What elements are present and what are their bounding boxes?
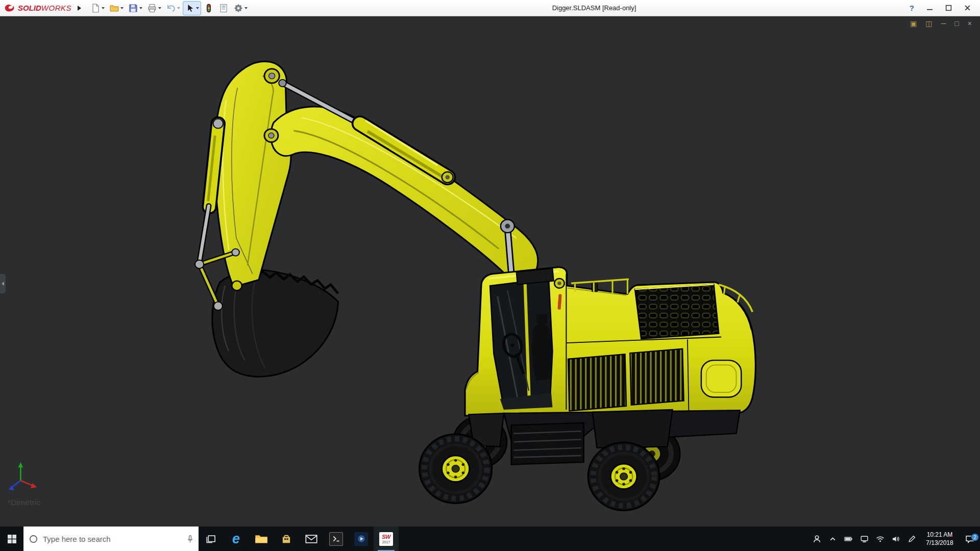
panel-collapse-tab[interactable] — [0, 274, 6, 293]
side-grille-2 — [630, 349, 683, 405]
file-properties-icon — [218, 3, 229, 13]
open-button[interactable] — [107, 1, 126, 15]
close-button[interactable] — [964, 5, 971, 11]
command-prompt-icon — [329, 532, 343, 546]
doc-restore-icon[interactable]: □ — [954, 20, 959, 27]
windows-logo-icon — [8, 535, 16, 543]
options-button[interactable] — [231, 1, 250, 15]
brand-works-text: WORKS — [41, 4, 71, 12]
battery-icon — [844, 535, 853, 543]
battery-status[interactable] — [841, 535, 856, 543]
excavator-model: *Dimetric — [0, 16, 980, 527]
edge-button[interactable]: e — [224, 527, 249, 551]
document-title: Digger.SLDASM [Read-only] — [552, 4, 636, 12]
new-document-button[interactable] — [88, 1, 107, 15]
brand-solid-text: SOLID — [18, 4, 41, 12]
dropdown-caret-icon[interactable] — [196, 7, 199, 9]
people-icon — [813, 535, 821, 543]
new-document-icon — [90, 3, 101, 13]
action-center-button[interactable]: 2 — [960, 535, 980, 543]
gear-icon — [233, 3, 243, 13]
save-icon — [128, 3, 138, 13]
tray-overflow-button[interactable] — [825, 535, 841, 543]
undo-button[interactable] — [164, 1, 182, 15]
quick-access-toolbar — [88, 1, 250, 15]
volume-control[interactable] — [888, 535, 904, 543]
maximize-button[interactable] — [945, 5, 952, 11]
taskbar: Type here to search e — [0, 527, 980, 551]
document-window-controls: ▣ ◫ ─ □ × — [910, 20, 972, 27]
mail-button[interactable] — [299, 527, 324, 551]
file-properties-button[interactable] — [216, 1, 231, 15]
viewport-gold-icon-2[interactable]: ◫ — [925, 20, 932, 27]
view-orientation-label: *Dimetric — [8, 498, 41, 507]
rear-axle — [593, 410, 673, 448]
solidworks-window: SOLIDWORKS — [0, 0, 980, 551]
menu-bar: SOLIDWORKS — [0, 0, 980, 16]
cortana-icon — [29, 534, 38, 544]
file-explorer-button[interactable] — [249, 527, 274, 551]
media-app-button[interactable] — [349, 527, 374, 551]
solidworks-app-icon: SW 2017 — [379, 532, 393, 546]
rebuild-button[interactable] — [202, 1, 216, 15]
select-tool-button[interactable] — [183, 1, 201, 15]
dropdown-caret-icon[interactable] — [244, 7, 248, 9]
store-button[interactable] — [274, 527, 299, 551]
doc-close-icon[interactable]: × — [968, 20, 972, 27]
wheel-front-near — [420, 434, 492, 504]
side-grille-1 — [568, 354, 626, 411]
file-explorer-icon — [255, 534, 268, 544]
task-view-icon — [206, 534, 216, 544]
microphone-icon[interactable] — [187, 535, 193, 543]
rebuild-stoplight-icon — [204, 3, 214, 13]
taskbar-clock[interactable]: 10:21 AM 7/13/2018 — [920, 531, 960, 547]
task-view-button[interactable] — [199, 527, 224, 551]
mail-icon — [305, 534, 317, 544]
undo-icon — [166, 3, 176, 13]
clock-date: 7/13/2018 — [920, 539, 960, 547]
viewport-gold-icon-1[interactable]: ▣ — [910, 20, 917, 27]
bucket[interactable] — [212, 270, 338, 377]
network-status[interactable] — [856, 535, 872, 543]
pen-icon — [908, 535, 916, 543]
chevron-up-icon — [828, 535, 837, 543]
media-app-icon — [354, 532, 368, 546]
dropdown-caret-icon[interactable] — [120, 7, 124, 9]
dropdown-caret-icon[interactable] — [139, 7, 142, 9]
solidworks-app-button[interactable]: SW 2017 — [374, 527, 399, 551]
doc-minimize-icon[interactable]: ─ — [941, 20, 946, 27]
dropdown-caret-icon[interactable] — [177, 7, 180, 9]
help-button[interactable]: ? — [910, 4, 914, 12]
start-button[interactable] — [0, 527, 23, 551]
graphics-area[interactable]: ▣ ◫ ─ □ × — [0, 16, 980, 527]
minimize-button[interactable] — [926, 5, 933, 11]
search-input[interactable]: Type here to search — [43, 535, 182, 543]
orientation-triad[interactable] — [9, 462, 37, 490]
wifi-status[interactable] — [872, 535, 888, 543]
dropdown-caret-icon[interactable] — [102, 7, 105, 9]
menu-expand-arrow-icon[interactable] — [78, 6, 81, 11]
command-prompt-button[interactable] — [324, 527, 349, 551]
notification-badge: 2 — [971, 533, 979, 541]
wifi-icon — [876, 535, 885, 543]
boom-arm[interactable] — [264, 107, 538, 290]
people-button[interactable] — [809, 535, 825, 543]
taskbar-search[interactable]: Type here to search — [23, 527, 199, 551]
dropdown-caret-icon[interactable] — [158, 7, 161, 9]
windows-ink[interactable] — [904, 535, 920, 543]
system-tray: 10:21 AM 7/13/2018 2 — [809, 527, 980, 551]
rear-panel — [701, 360, 741, 397]
undercarriage[interactable] — [420, 410, 740, 510]
dassault-ds-icon — [4, 4, 16, 12]
ethernet-icon — [860, 535, 869, 543]
open-folder-icon — [109, 3, 119, 13]
operator-seat — [532, 323, 552, 381]
clock-time: 10:21 AM — [920, 531, 960, 539]
print-icon — [147, 3, 157, 13]
save-button[interactable] — [126, 1, 144, 15]
excavator-body[interactable] — [465, 267, 755, 416]
store-icon — [281, 533, 292, 544]
step-block — [511, 423, 584, 465]
volume-icon — [892, 535, 900, 543]
print-button[interactable] — [145, 1, 163, 15]
